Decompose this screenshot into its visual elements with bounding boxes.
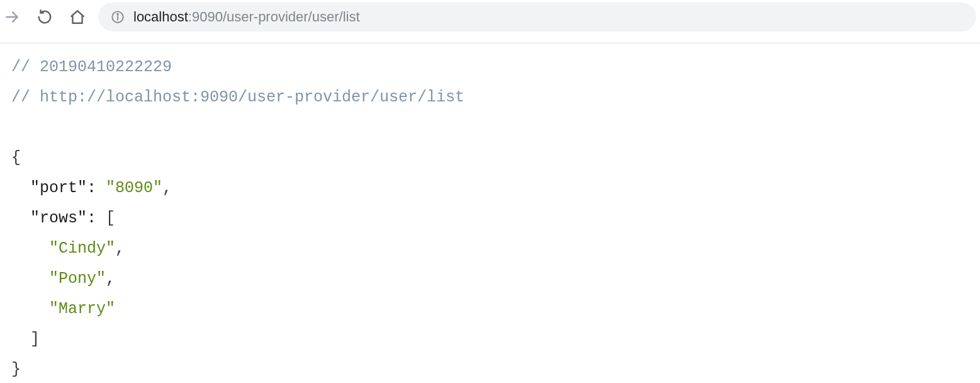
json-string: "Pony": [49, 270, 106, 288]
site-info-icon[interactable]: [111, 10, 125, 24]
json-string: "8090": [106, 179, 162, 197]
url-text: localhost:9090/user-provider/user/list: [133, 9, 360, 25]
comment-url: // http://localhost:9090/user-provider/u…: [11, 88, 465, 106]
url-host: localhost: [133, 9, 188, 25]
json-key: "port": [30, 179, 87, 197]
svg-point-3: [117, 14, 118, 15]
json-open-bracket: [: [106, 209, 115, 227]
json-open-brace: {: [11, 149, 21, 167]
home-button[interactable]: [65, 5, 89, 29]
comment-timestamp: // 20190410222229: [11, 58, 172, 76]
browser-toolbar: localhost:9090/user-provider/user/list: [0, 0, 980, 38]
forward-button[interactable]: [0, 5, 24, 29]
reload-button[interactable]: [33, 5, 57, 29]
json-key: "rows": [30, 209, 87, 227]
json-close-bracket: ]: [30, 330, 40, 348]
address-bar[interactable]: localhost:9090/user-provider/user/list: [98, 3, 976, 31]
url-path: :9090/user-provider/user/list: [188, 9, 360, 25]
json-close-brace: }: [11, 360, 21, 379]
json-string: "Cindy": [49, 239, 115, 258]
json-string: "Marry": [49, 300, 115, 318]
json-content: // 20190410222229 // http://localhost:90…: [0, 43, 980, 383]
